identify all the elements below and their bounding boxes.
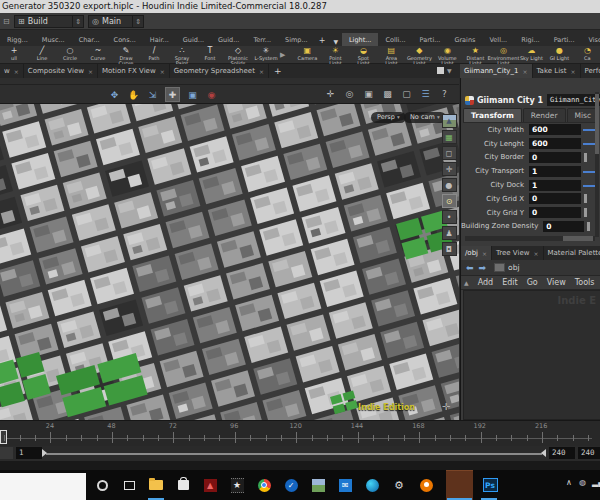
net-tab-obj[interactable]: /obj× (461, 246, 492, 260)
microsoft-store-icon[interactable] (174, 476, 192, 494)
param-value-field[interactable]: 1 (529, 180, 581, 191)
network-editor-canvas[interactable]: Indie E (463, 290, 600, 420)
param-value-field[interactable]: 0 (529, 207, 581, 218)
param-value-field[interactable]: 0 (529, 152, 581, 163)
menu-view[interactable]: View (547, 278, 566, 287)
menu-tools[interactable]: Tools (575, 278, 595, 287)
tool-camera[interactable]: ▣Camera (293, 46, 321, 63)
close-icon[interactable]: × (570, 68, 575, 75)
tool-spot-light[interactable]: ◒Spot Light (349, 46, 377, 63)
param-tab-transform[interactable]: Transform (463, 108, 522, 122)
shelf-tab-rigg[interactable]: Rigg... (0, 33, 35, 46)
help-icon[interactable]: ? (438, 87, 451, 100)
chevron-down-icon[interactable]: ▼ (447, 67, 452, 74)
tool-ull[interactable]: +ull (0, 46, 28, 63)
add-shelf-tab-button[interactable]: + (315, 34, 330, 46)
pane-tab-giimann-city-1[interactable]: Giimann_City_1× (460, 64, 533, 78)
shelf-tab-grains[interactable]: Grains (447, 33, 482, 46)
edge-icon[interactable] (363, 476, 381, 494)
close-icon[interactable]: × (482, 250, 487, 257)
tray-network-icon[interactable]: ◍ (579, 478, 586, 487)
slider-handle[interactable] (583, 143, 595, 145)
param-slider[interactable] (583, 152, 595, 163)
ambient-bulb-icon[interactable]: • (442, 210, 457, 224)
slider-handle[interactable] (584, 153, 587, 162)
param-vscrollbar[interactable] (595, 92, 599, 237)
pin-icon[interactable]: ✛ (324, 87, 337, 100)
shelf-tab-hair[interactable]: Hair... (143, 33, 176, 46)
param-tab-render[interactable]: Render (523, 108, 566, 122)
shelf-tab-terr[interactable]: Terr... (246, 33, 278, 46)
aim-icon[interactable]: ◎ (343, 87, 356, 100)
view-tool-icon[interactable]: ✥ (108, 88, 121, 101)
param-value-field[interactable]: 1 (529, 166, 581, 177)
tray-chevron-icon[interactable]: ∧ (566, 478, 572, 487)
cortana-icon[interactable] (93, 476, 111, 494)
media-star-icon[interactable]: ★ (228, 476, 246, 494)
tools-overflow-icon[interactable]: ▶ (280, 51, 285, 59)
tool-platonic-solids[interactable]: ◇Platonic Solids (224, 46, 252, 63)
network-path[interactable]: obj (508, 263, 519, 272)
tool-ca[interactable]: ◔Ca (573, 46, 600, 63)
net-tab-material-palette[interactable]: Material Palette× (544, 246, 600, 260)
pane-tab-geometry-spreadsheet[interactable]: Geometry Spreadsheet× (170, 64, 269, 78)
expand-triangle-icon[interactable]: ▲ (464, 279, 469, 286)
shelf-tab-guid[interactable]: Guid... (211, 33, 246, 46)
blender-icon[interactable] (417, 476, 435, 494)
menu-add[interactable]: Add (478, 278, 494, 287)
geo-box-icon[interactable]: ▣ (362, 87, 375, 100)
file-explorer-icon[interactable] (147, 476, 165, 494)
shelf-tab-cons[interactable]: Cons... (107, 33, 143, 46)
chrome-icon[interactable] (255, 476, 273, 494)
shelf-tab-musc[interactable]: Musc... (35, 33, 72, 46)
taskbar-search-input[interactable] (0, 473, 86, 500)
pane-tab-take-list[interactable]: Take List× (533, 64, 581, 78)
settings-gear-icon[interactable]: ⚙ (390, 476, 408, 494)
forward-arrow-icon[interactable]: ➡ (479, 263, 487, 273)
menu-go[interactable]: Go (527, 278, 538, 287)
snapshot-thumbnail-icon[interactable]: ▲ (442, 114, 457, 128)
slider-handle[interactable] (587, 222, 590, 231)
slider-handle[interactable] (583, 171, 595, 173)
context-spinner-icon[interactable]: ⇕ (132, 16, 143, 28)
range-left-handle[interactable] (42, 449, 47, 457)
slider-handle[interactable] (583, 129, 595, 131)
param-slider[interactable] (583, 124, 595, 135)
slider-handle[interactable] (584, 194, 587, 203)
desktop-spinner-icon[interactable]: ⇕ (72, 16, 83, 28)
param-slider[interactable] (583, 207, 595, 218)
param-value-field[interactable]: 600 (529, 138, 581, 149)
net-tab-tree-view[interactable]: Tree View× (492, 246, 543, 260)
tool-environment-light[interactable]: ◎Environment Light (489, 46, 517, 63)
mail-icon[interactable]: ✉ (336, 476, 354, 494)
tool-spray-paint[interactable]: ∴Spray Paint (168, 46, 196, 63)
shelf-tab-char[interactable]: Char... (72, 33, 107, 46)
shelf-tab-vell[interactable]: Vell... (482, 33, 514, 46)
record-icon[interactable]: ◉ (205, 88, 218, 101)
back-arrow-icon[interactable]: ⬅ (466, 263, 474, 273)
character-icon[interactable]: ♟ (442, 226, 457, 240)
tool-gi-light[interactable]: ●GI Light (545, 46, 573, 63)
param-slider[interactable] (583, 138, 595, 149)
white-page-icon[interactable]: ▢ (400, 87, 413, 100)
shelf-tab-simp[interactable]: Simp... (278, 33, 315, 46)
desktop-dropdown[interactable]: ⊞ Build ⇕ (14, 15, 84, 28)
new-pane-tab-button[interactable]: + (269, 64, 287, 78)
context-dropdown[interactable]: ◎ Main ⇕ (88, 15, 144, 28)
slider-handle[interactable] (583, 185, 595, 187)
param-value-field[interactable]: 600 (529, 124, 581, 135)
close-icon[interactable]: × (522, 68, 527, 75)
dolly-tool-icon[interactable]: ⇲ (146, 88, 159, 101)
tool-l-system[interactable]: ✳L-System (252, 46, 280, 63)
floating-window-icon[interactable]: ▣ (186, 88, 199, 101)
start-frame-field[interactable]: 1 (16, 447, 42, 459)
camera-view-icon[interactable]: ◘ (442, 242, 457, 256)
pane-tab-w[interactable]: w× (0, 64, 24, 78)
shelf-tab-light[interactable]: Light... (342, 33, 378, 46)
tool-area-light[interactable]: ▤Area Light (377, 46, 405, 63)
close-icon[interactable]: × (14, 68, 19, 75)
shelf-overflow-icon[interactable]: ▼ (329, 36, 342, 46)
param-slider[interactable] (583, 180, 595, 191)
geo-box2-icon[interactable]: ▩ (381, 87, 394, 100)
snap-pin-icon[interactable]: ✛ (442, 162, 457, 176)
